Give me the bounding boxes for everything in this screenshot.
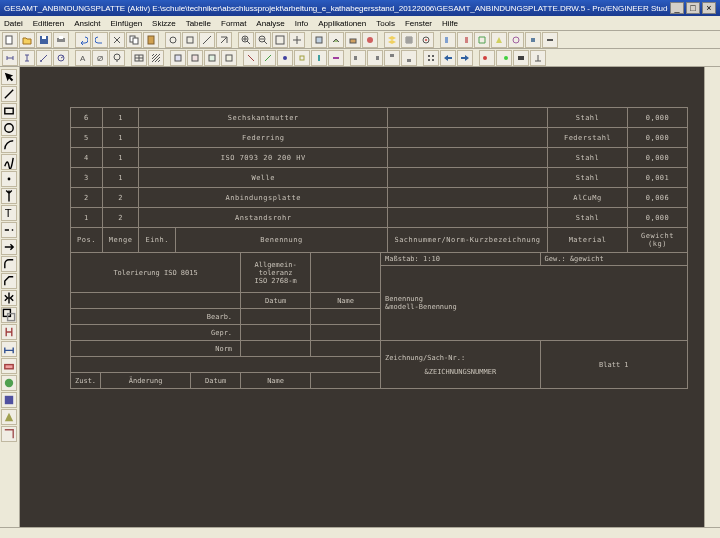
spline-icon[interactable] xyxy=(1,154,17,170)
open-icon[interactable] xyxy=(19,32,35,48)
text-icon[interactable]: T xyxy=(1,205,17,221)
close-button[interactable]: × xyxy=(702,2,716,14)
t2k-icon[interactable] xyxy=(423,50,439,66)
sec-b-icon[interactable] xyxy=(187,50,203,66)
tool-b-icon[interactable] xyxy=(182,32,198,48)
view-c-icon[interactable] xyxy=(345,32,361,48)
t2h-icon[interactable] xyxy=(367,50,383,66)
paste-icon[interactable] xyxy=(143,32,159,48)
hatch-icon[interactable] xyxy=(148,50,164,66)
misc6-icon[interactable] xyxy=(525,32,541,48)
menu-format[interactable]: Format xyxy=(221,19,246,28)
menu-sketch[interactable]: Skizze xyxy=(152,19,176,28)
save-icon[interactable] xyxy=(36,32,52,48)
t2l-icon[interactable] xyxy=(440,50,456,66)
rect-icon[interactable] xyxy=(1,103,17,119)
layer-icon[interactable] xyxy=(384,32,400,48)
snap-icon[interactable] xyxy=(418,32,434,48)
t2m-icon[interactable] xyxy=(457,50,473,66)
dim-b-icon[interactable] xyxy=(19,50,35,66)
menu-edit[interactable]: Editieren xyxy=(33,19,65,28)
misc4-icon[interactable] xyxy=(491,32,507,48)
sec-c-icon[interactable] xyxy=(204,50,220,66)
menu-analysis[interactable]: Analyse xyxy=(256,19,284,28)
t2f-icon[interactable] xyxy=(328,50,344,66)
lt-a-icon[interactable] xyxy=(1,375,17,391)
zoom-fit-icon[interactable] xyxy=(272,32,288,48)
misc1-icon[interactable] xyxy=(440,32,456,48)
dim2-icon[interactable] xyxy=(1,341,17,357)
tool-d-icon[interactable] xyxy=(216,32,232,48)
menu-file[interactable]: Datei xyxy=(4,19,23,28)
menu-info[interactable]: Info xyxy=(295,19,308,28)
t2q-icon[interactable] xyxy=(530,50,546,66)
menu-insert[interactable]: Einfügen xyxy=(111,19,143,28)
misc3-icon[interactable] xyxy=(474,32,490,48)
dim-d-icon[interactable] xyxy=(53,50,69,66)
menu-view[interactable]: Ansicht xyxy=(74,19,100,28)
trim-icon[interactable] xyxy=(1,222,17,238)
sec-a-icon[interactable] xyxy=(170,50,186,66)
menu-apps[interactable]: Applikationen xyxy=(318,19,366,28)
menu-table[interactable]: Tabelle xyxy=(186,19,211,28)
dim-c-icon[interactable] xyxy=(36,50,52,66)
chamfer-icon[interactable] xyxy=(1,273,17,289)
print-icon[interactable] xyxy=(53,32,69,48)
undo-icon[interactable] xyxy=(75,32,91,48)
extend-icon[interactable] xyxy=(1,239,17,255)
menu-tools[interactable]: Tools xyxy=(376,19,395,28)
t2i-icon[interactable] xyxy=(384,50,400,66)
t2g-icon[interactable] xyxy=(350,50,366,66)
note-icon[interactable]: A xyxy=(75,50,91,66)
t2e-icon[interactable] xyxy=(311,50,327,66)
t2n-icon[interactable] xyxy=(479,50,495,66)
minimize-button[interactable]: _ xyxy=(670,2,684,14)
grid-icon[interactable] xyxy=(401,32,417,48)
vertical-scrollbar[interactable] xyxy=(704,67,720,527)
lt-b-icon[interactable] xyxy=(1,392,17,408)
line-icon[interactable] xyxy=(1,86,17,102)
circle-icon[interactable] xyxy=(1,120,17,136)
menu-window[interactable]: Fenster xyxy=(405,19,432,28)
redo-icon[interactable] xyxy=(92,32,108,48)
constraint-icon[interactable] xyxy=(1,324,17,340)
fillet-icon[interactable] xyxy=(1,256,17,272)
table-icon[interactable] xyxy=(131,50,147,66)
new-icon[interactable] xyxy=(2,32,18,48)
t2j-icon[interactable] xyxy=(401,50,417,66)
zoom-out-icon[interactable] xyxy=(255,32,271,48)
lt-d-icon[interactable] xyxy=(1,426,17,442)
pan-icon[interactable] xyxy=(289,32,305,48)
view-a-icon[interactable] xyxy=(311,32,327,48)
sec-d-icon[interactable] xyxy=(221,50,237,66)
point-icon[interactable] xyxy=(1,171,17,187)
t2o-icon[interactable] xyxy=(496,50,512,66)
copy-icon[interactable] xyxy=(126,32,142,48)
view-d-icon[interactable] xyxy=(362,32,378,48)
offset-icon[interactable] xyxy=(1,307,17,323)
t2d-icon[interactable] xyxy=(294,50,310,66)
tool-c-icon[interactable] xyxy=(199,32,215,48)
zoom-in-icon[interactable] xyxy=(238,32,254,48)
lt-c-icon[interactable] xyxy=(1,409,17,425)
t2c-icon[interactable] xyxy=(277,50,293,66)
symbol-icon[interactable]: Ø xyxy=(92,50,108,66)
arc-icon[interactable] xyxy=(1,137,17,153)
view-b-icon[interactable] xyxy=(328,32,344,48)
dim-a-icon[interactable] xyxy=(2,50,18,66)
t2a-icon[interactable] xyxy=(243,50,259,66)
misc7-icon[interactable] xyxy=(542,32,558,48)
erase-icon[interactable] xyxy=(1,358,17,374)
tool-a-icon[interactable] xyxy=(165,32,181,48)
mirror-icon[interactable] xyxy=(1,290,17,306)
misc5-icon[interactable] xyxy=(508,32,524,48)
t2p-icon[interactable] xyxy=(513,50,529,66)
misc2-icon[interactable] xyxy=(457,32,473,48)
t2b-icon[interactable] xyxy=(260,50,276,66)
cut-icon[interactable] xyxy=(109,32,125,48)
menu-help[interactable]: Hilfe xyxy=(442,19,458,28)
select-icon[interactable] xyxy=(1,69,17,85)
maximize-button[interactable]: □ xyxy=(686,2,700,14)
balloon-icon[interactable] xyxy=(109,50,125,66)
axis-icon[interactable] xyxy=(1,188,17,204)
